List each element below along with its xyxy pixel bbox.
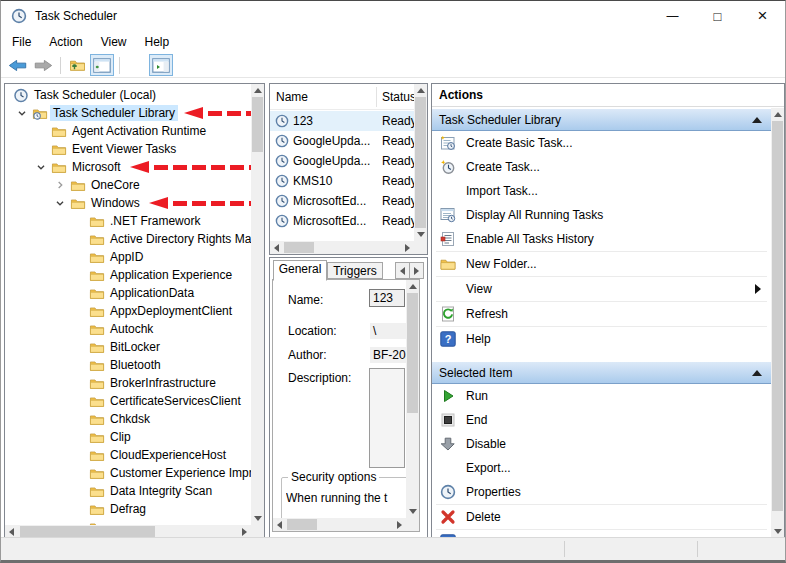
scroll-up-button[interactable] bbox=[251, 84, 264, 97]
action-delete[interactable]: Delete bbox=[432, 505, 771, 529]
tree-item-defrag[interactable]: Defrag bbox=[5, 500, 251, 518]
tree-item-agent-activation-runtime[interactable]: Agent Activation Runtime bbox=[5, 122, 251, 140]
scroll-right-button[interactable] bbox=[393, 518, 406, 531]
action-help[interactable]: ?Help bbox=[432, 327, 771, 351]
task-row-microsofted[interactable]: MicrosoftEd...Ready bbox=[270, 191, 414, 211]
tree-item-microsoft[interactable]: Microsoft bbox=[5, 158, 251, 176]
menu-action[interactable]: Action bbox=[40, 33, 91, 51]
task-description-field[interactable] bbox=[369, 368, 405, 468]
tree-item-active-directory-rights-mana[interactable]: Active Directory Rights Mana bbox=[5, 230, 251, 248]
tab-general[interactable]: General bbox=[273, 260, 327, 281]
scroll-thumb[interactable] bbox=[284, 242, 314, 253]
tree-item-application-experience[interactable]: Application Experience bbox=[5, 266, 251, 284]
action-group-header-task-scheduler-library[interactable]: Task Scheduler Library bbox=[432, 109, 771, 131]
scroll-right-button[interactable] bbox=[401, 241, 414, 254]
task-row-kms10[interactable]: KMS10Ready bbox=[270, 171, 414, 191]
task-name-field[interactable]: 123 bbox=[369, 289, 405, 307]
tree-item-data-integrity-scan[interactable]: Data Integrity Scan bbox=[5, 482, 251, 500]
action-display-all-running-tasks[interactable]: Display All Running Tasks bbox=[432, 203, 771, 227]
action-end[interactable]: End bbox=[432, 408, 771, 432]
tree-item-net-framework[interactable]: .NET Framework bbox=[5, 212, 251, 230]
task-row-googleupda[interactable]: GoogleUpda...Ready bbox=[270, 151, 414, 171]
tab-triggers[interactable]: Triggers bbox=[327, 262, 383, 279]
action-disable[interactable]: Disable bbox=[432, 432, 771, 456]
collapse-icon[interactable] bbox=[752, 370, 762, 376]
tree-expander-down-icon[interactable] bbox=[53, 196, 70, 210]
tree-item-appxdeploymentclient[interactable]: AppxDeploymentClient bbox=[5, 302, 251, 320]
scroll-thumb[interactable] bbox=[252, 97, 263, 152]
action-new-folder[interactable]: New Folder... bbox=[432, 252, 771, 276]
forward-button[interactable] bbox=[31, 54, 55, 76]
action-import-task[interactable]: Import Task... bbox=[432, 179, 771, 203]
list-horizontal-scrollbar[interactable] bbox=[270, 241, 414, 254]
scroll-thumb[interactable] bbox=[772, 121, 783, 511]
task-row-googleupda[interactable]: GoogleUpda...Ready bbox=[270, 131, 414, 151]
tree-item-autochk[interactable]: Autochk bbox=[5, 320, 251, 338]
help-button[interactable]: ? bbox=[124, 54, 148, 76]
tree-item-windows[interactable]: Windows bbox=[5, 194, 251, 212]
action-export[interactable]: Export... bbox=[432, 456, 771, 480]
column-header-name[interactable]: Name bbox=[270, 84, 308, 109]
tree-item-cloudexperiencehost[interactable]: CloudExperienceHost bbox=[5, 446, 251, 464]
action-create-task[interactable]: Create Task... bbox=[432, 155, 771, 179]
scroll-left-button[interactable] bbox=[270, 241, 283, 254]
tree-expander-down-icon[interactable] bbox=[15, 106, 32, 120]
detail-vertical-scrollbar[interactable] bbox=[406, 280, 419, 518]
tree-item-task-scheduler-local[interactable]: Task Scheduler (Local) bbox=[5, 86, 251, 104]
scroll-thumb[interactable] bbox=[407, 293, 418, 413]
menu-view[interactable]: View bbox=[92, 33, 136, 51]
scroll-down-button[interactable] bbox=[251, 512, 264, 525]
menu-help[interactable]: Help bbox=[136, 33, 179, 51]
tree-item-certificateservicesclient[interactable]: CertificateServicesClient bbox=[5, 392, 251, 410]
show-console-tree-button[interactable] bbox=[90, 54, 114, 76]
scroll-down-button[interactable] bbox=[414, 228, 427, 241]
action-create-basic-task[interactable]: Create Basic Task... bbox=[432, 131, 771, 155]
maximize-button[interactable]: □ bbox=[695, 1, 740, 31]
tree-item-event-viewer-tasks[interactable]: Event Viewer Tasks bbox=[5, 140, 251, 158]
action-properties[interactable]: Properties bbox=[432, 480, 771, 504]
scroll-up-button[interactable] bbox=[771, 108, 784, 121]
back-button[interactable] bbox=[6, 54, 30, 76]
actions-vertical-scrollbar[interactable] bbox=[771, 108, 784, 538]
collapse-icon[interactable] bbox=[752, 117, 762, 123]
action-group-header-selected-item[interactable]: Selected Item bbox=[432, 362, 771, 384]
action-enable-all-tasks-history[interactable]: Enable All Tasks History bbox=[432, 227, 771, 251]
tree-item-brokerinfrastructure[interactable]: BrokerInfrastructure bbox=[5, 374, 251, 392]
tree-item-partial[interactable] bbox=[5, 518, 251, 525]
tree-item-customer-experience-improv[interactable]: Customer Experience Improv bbox=[5, 464, 251, 482]
up-one-level-button[interactable] bbox=[65, 54, 89, 76]
detail-horizontal-scrollbar[interactable] bbox=[273, 518, 406, 531]
tree-item-task-scheduler-library[interactable]: Task Scheduler Library bbox=[5, 104, 251, 122]
task-row-microsofted[interactable]: MicrosoftEd...Ready bbox=[270, 211, 414, 231]
show-action-pane-button[interactable] bbox=[149, 54, 173, 76]
statusbar bbox=[1, 537, 785, 560]
scroll-up-button[interactable] bbox=[414, 84, 427, 97]
column-header-status[interactable]: Status bbox=[376, 84, 414, 109]
tree-item-applicationdata[interactable]: ApplicationData bbox=[5, 284, 251, 302]
tab-scroll-right-button[interactable] bbox=[409, 262, 424, 279]
tree-item-chkdsk[interactable]: Chkdsk bbox=[5, 410, 251, 428]
tree-item-bluetooth[interactable]: Bluetooth bbox=[5, 356, 251, 374]
scroll-left-button[interactable] bbox=[273, 518, 286, 531]
list-vertical-scrollbar[interactable] bbox=[414, 84, 427, 241]
menu-file[interactable]: File bbox=[3, 33, 40, 51]
scroll-up-button[interactable] bbox=[406, 280, 419, 293]
tree-item-clip[interactable]: Clip bbox=[5, 428, 251, 446]
tree-item-bitlocker[interactable]: BitLocker bbox=[5, 338, 251, 356]
scroll-thumb[interactable] bbox=[287, 519, 317, 530]
tree-expander-right-icon[interactable] bbox=[53, 178, 70, 192]
tree-item-onecore[interactable]: OneCore bbox=[5, 176, 251, 194]
scroll-thumb[interactable] bbox=[415, 97, 426, 228]
action-refresh[interactable]: Refresh bbox=[432, 302, 771, 326]
action-view[interactable]: View bbox=[432, 277, 771, 301]
scroll-down-button[interactable] bbox=[406, 505, 419, 518]
tree-expander-down-icon[interactable] bbox=[34, 160, 51, 174]
task-row-123[interactable]: 123Ready bbox=[270, 111, 414, 131]
close-button[interactable]: × bbox=[740, 1, 785, 31]
tree-vertical-scrollbar[interactable] bbox=[251, 84, 264, 525]
tree-item-appid[interactable]: AppID bbox=[5, 248, 251, 266]
tab-scroll-left-button[interactable] bbox=[395, 262, 410, 279]
action-run[interactable]: Run bbox=[432, 384, 771, 408]
minimize-button[interactable]: — bbox=[650, 1, 695, 31]
scroll-thumb[interactable] bbox=[20, 526, 155, 537]
